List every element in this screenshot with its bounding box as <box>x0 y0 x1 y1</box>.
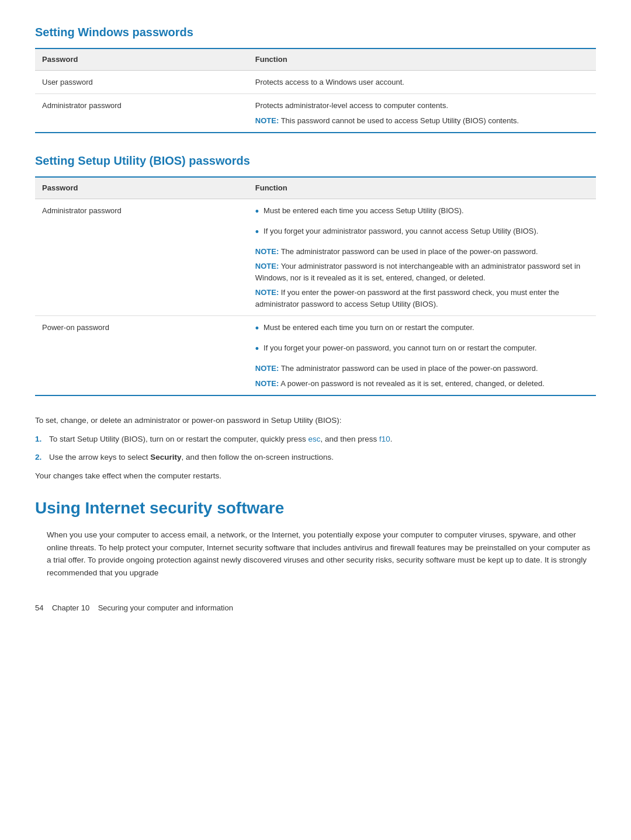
steps-list: 1. To start Setup Utility (BIOS), turn o… <box>35 433 596 463</box>
bios-note-label-0-1: NOTE: <box>255 262 279 270</box>
step-2-text-before: Use the arrow keys to select <box>49 453 150 461</box>
step-1-text-mid: , and then press <box>320 435 379 443</box>
steps-section: To set, change, or delete an administrat… <box>35 415 596 482</box>
bios-note-0-2: NOTE: If you enter the power-on password… <box>255 287 589 310</box>
windows-table-row-0: User passwordProtects access to a Window… <box>35 70 596 94</box>
bios-bullet-1-1: If you forget your power-on password, yo… <box>255 342 589 357</box>
bios-note-label-0-2: NOTE: <box>255 288 279 297</box>
bios-passwords-heading: Setting Setup Utility (BIOS) passwords <box>35 152 596 169</box>
windows-table-header-row: Password Function <box>35 48 596 70</box>
windows-note-1-0: NOTE: This password cannot be used to ac… <box>255 115 589 127</box>
steps-intro: To set, change, or delete an administrat… <box>35 415 596 426</box>
windows-row-password-1: Administrator password <box>35 94 248 133</box>
bios-row-password-1: Power-on password <box>35 316 248 396</box>
bios-col-password-header: Password <box>35 177 248 199</box>
windows-passwords-section: Setting Windows passwords Password Funct… <box>35 23 596 133</box>
step-1-text-before: To start Setup Utility (BIOS), turn on o… <box>49 435 308 443</box>
bios-table-row-1: Power-on passwordMust be entered each ti… <box>35 316 596 396</box>
bios-note-label-0-0: NOTE: <box>255 247 279 256</box>
step-1-link-f10: f10 <box>379 435 390 443</box>
windows-row-password-0: User password <box>35 70 248 94</box>
bios-note-1-1: NOTE: A power-on password is not reveale… <box>255 378 589 390</box>
bios-note-label-1-1: NOTE: <box>255 379 279 388</box>
bios-passwords-section: Setting Setup Utility (BIOS) passwords P… <box>35 152 596 396</box>
windows-function-text-0: Protects access to a Windows user accoun… <box>255 77 589 88</box>
page-number: 54 <box>35 603 43 612</box>
steps-footer: Your changes take effect when the comput… <box>35 470 596 482</box>
step-1-content: To start Setup Utility (BIOS), turn on o… <box>49 433 393 445</box>
internet-security-body: When you use your computer to access ema… <box>47 529 596 579</box>
bios-table-header-row: Password Function <box>35 177 596 199</box>
windows-passwords-heading: Setting Windows passwords <box>35 23 596 41</box>
chapter-title: Securing your computer and information <box>98 603 233 612</box>
step-2-text-after: , and then follow the on-screen instruct… <box>182 453 334 461</box>
internet-security-heading: Using Internet security software <box>35 496 596 520</box>
bios-row-function-1: Must be entered each time you turn on or… <box>248 316 596 396</box>
windows-passwords-table: Password Function User passwordProtects … <box>35 48 596 133</box>
step-2: 2. Use the arrow keys to select Security… <box>35 452 596 463</box>
windows-col-function-header: Function <box>248 48 596 70</box>
windows-row-function-1: Protects administrator-level access to c… <box>248 94 596 133</box>
step-2-num: 2. <box>35 452 49 463</box>
bios-note-0-0: NOTE: The administrator password can be … <box>255 246 589 258</box>
bios-table-row-0: Administrator passwordMust be entered ea… <box>35 199 596 316</box>
windows-table-row-1: Administrator passwordProtects administr… <box>35 94 596 133</box>
note-label: NOTE: <box>255 116 279 125</box>
bios-note-label-1-0: NOTE: <box>255 364 279 373</box>
bios-row-password-0: Administrator password <box>35 199 248 316</box>
page-footer: 54 Chapter 10 Securing your computer and… <box>35 602 596 614</box>
windows-passwords-table-container: Password Function User passwordProtects … <box>35 48 596 133</box>
step-1-text-after: . <box>390 435 393 443</box>
step-1-link-esc: esc <box>308 435 320 443</box>
bios-bullets-1: Must be entered each time you turn on or… <box>255 322 589 357</box>
bios-bullet-0-0: Must be entered each time you access Set… <box>255 205 589 220</box>
bios-passwords-table: Password Function Administrator password… <box>35 176 596 396</box>
bios-bullets-0: Must be entered each time you access Set… <box>255 205 589 240</box>
step-1-num: 1. <box>35 433 49 445</box>
chapter-label: Chapter 10 <box>52 603 89 612</box>
step-1: 1. To start Setup Utility (BIOS), turn o… <box>35 433 596 445</box>
bios-row-function-0: Must be entered each time you access Set… <box>248 199 596 316</box>
step-2-bold: Security <box>150 453 181 461</box>
bios-bullet-1-0: Must be entered each time you turn on or… <box>255 322 589 336</box>
windows-row-function-0: Protects access to a Windows user accoun… <box>248 70 596 94</box>
bios-note-1-0: NOTE: The administrator password can be … <box>255 363 589 374</box>
bios-col-function-header: Function <box>248 177 596 199</box>
internet-security-section: Using Internet security software When yo… <box>35 496 596 579</box>
step-2-content: Use the arrow keys to select Security, a… <box>49 452 334 463</box>
bios-note-0-1: NOTE: Your administrator password is not… <box>255 261 589 283</box>
bios-passwords-table-container: Password Function Administrator password… <box>35 176 596 396</box>
bios-bullet-0-1: If you forget your administrator passwor… <box>255 225 589 240</box>
windows-col-password-header: Password <box>35 48 248 70</box>
windows-function-text-1: Protects administrator-level access to c… <box>255 100 589 112</box>
